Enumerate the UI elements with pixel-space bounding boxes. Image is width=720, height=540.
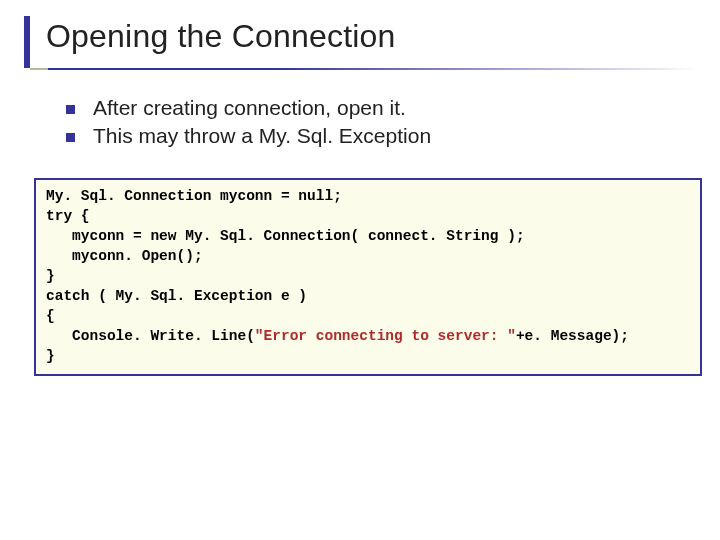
code-line: myconn. Open(); — [46, 246, 690, 266]
bullet-text: This may throw a My. Sql. Exception — [93, 124, 431, 148]
list-item: After creating connection, open it. — [66, 96, 680, 120]
square-bullet-icon — [66, 105, 75, 114]
code-line: Console. Write. Line("Error connecting t… — [46, 326, 690, 346]
code-line: try { — [46, 206, 690, 226]
code-frag: +e. Message); — [516, 328, 629, 344]
code-line: myconn = new My. Sql. Connection( connec… — [46, 226, 690, 246]
code-block: My. Sql. Connection myconn = null;try { … — [34, 178, 702, 376]
bullet-list: After creating connection, open it. This… — [66, 96, 680, 152]
code-frag: Console. Write. Line( — [46, 328, 255, 344]
title-underline-stub — [30, 68, 48, 70]
code-line: My. Sql. Connection myconn = null; — [46, 186, 690, 206]
list-item: This may throw a My. Sql. Exception — [66, 124, 680, 148]
slide-title: Opening the Connection — [46, 18, 396, 55]
bullet-text: After creating connection, open it. — [93, 96, 406, 120]
square-bullet-icon — [66, 133, 75, 142]
title-underline — [48, 68, 696, 70]
code-line: } — [46, 266, 690, 286]
title-accent-bar — [24, 16, 30, 68]
code-line: { — [46, 306, 690, 326]
code-line: catch ( My. Sql. Exception e ) — [46, 286, 690, 306]
slide-title-block: Opening the Connection — [24, 16, 696, 68]
code-string-literal: "Error connecting to server: " — [255, 328, 516, 344]
code-line: } — [46, 346, 690, 366]
